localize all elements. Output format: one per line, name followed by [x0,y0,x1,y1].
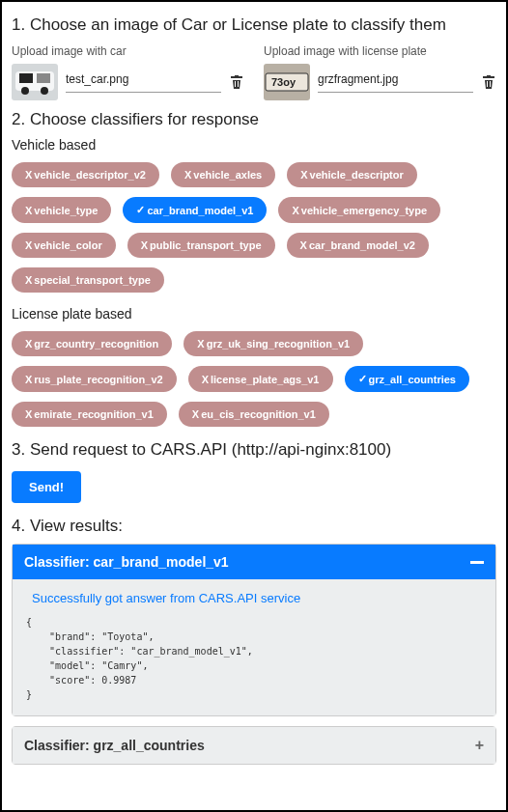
lp-group-label: License plate based [12,306,496,322]
chip-label: special_transport_type [34,274,150,286]
lp-chip-rus_plate_recognition_v2[interactable]: Xrus_plate_recognition_v2 [12,366,177,392]
result-1-json: { "brand": "Toyota", "classifier": "car_… [26,615,482,702]
x-icon: X [25,169,32,181]
svg-rect-3 [37,73,50,83]
car-file-row: test_car.png [12,64,244,100]
x-icon: X [300,169,307,181]
plate-delete-icon[interactable] [481,74,496,90]
plate-file-name: grzfragment.jpg [318,72,473,93]
chip-label: car_brand_model_v2 [309,239,415,251]
expand-icon: + [475,737,484,754]
check-icon: ✓ [136,204,145,216]
result-1-title: Classifier: car_brand_model_v1 [24,554,229,570]
x-icon: X [300,239,307,251]
svg-rect-2 [19,73,33,83]
x-icon: X [25,374,32,385]
x-icon: X [25,239,32,251]
vehicle-group-label: Vehicle based [12,137,496,153]
x-icon: X [25,338,32,350]
plate-file-row: 73oy grzfragment.jpg [264,64,496,100]
result-2-title: Classifier: grz_all_countries [24,738,205,753]
vehicle-chip-special_transport_type[interactable]: Xspecial_transport_type [12,267,164,293]
chip-label: vehicle_type [34,205,98,216]
chip-label: grz_all_countries [369,374,456,385]
plate-thumb: 73oy [264,64,310,100]
check-icon: ✓ [358,373,367,385]
lp-chip-group: Xgrz_country_recognitionXgrz_uk_sing_rec… [12,331,496,427]
collapse-icon [470,561,484,564]
lp-chip-grz_all_countries[interactable]: ✓grz_all_countries [345,366,469,392]
lp-chip-eu_cis_recognition_v1[interactable]: Xeu_cis_recognition_v1 [179,402,329,427]
chip-label: rus_plate_recognition_v2 [34,374,162,385]
vehicle-chip-car_brand_model_v1[interactable]: ✓car_brand_model_v1 [123,197,267,223]
svg-point-5 [41,87,48,95]
result-2-accordion: Classifier: grz_all_countries + [12,726,496,765]
lp-chip-emirate_recognition_v1[interactable]: Xemirate_recognition_v1 [12,402,167,427]
chip-label: vehicle_axles [193,169,262,181]
x-icon: X [25,274,32,286]
chip-label: vehicle_color [34,239,101,251]
vehicle-chip-vehicle_emergency_type[interactable]: Xvehicle_emergency_type [278,197,440,223]
vehicle-chip-vehicle_descriptor[interactable]: Xvehicle_descriptor [287,162,417,187]
vehicle-chip-vehicle_axles[interactable]: Xvehicle_axles [171,162,275,187]
result-1-header[interactable]: Classifier: car_brand_model_v1 [13,545,495,579]
chip-label: license_plate_ags_v1 [211,374,320,385]
send-button[interactable]: Send! [12,471,81,503]
car-file-name: test_car.png [66,72,221,93]
car-upload-col: Upload image with car test_car.png [12,42,244,100]
plate-upload-col: Upload image with license plate 73oy grz… [264,42,496,100]
chip-label: vehicle_descriptor_v2 [34,169,146,181]
chip-label: grz_country_recognition [34,338,158,350]
result-2-header[interactable]: Classifier: grz_all_countries + [13,727,495,764]
chip-label: grz_uk_sing_recognition_v1 [207,338,351,350]
vehicle-chip-vehicle_descriptor_v2[interactable]: Xvehicle_descriptor_v2 [12,162,159,187]
result-1-accordion: Classifier: car_brand_model_v1 Successfu… [12,544,496,716]
svg-text:73oy: 73oy [271,76,296,88]
x-icon: X [141,239,148,251]
result-1-body: Successfully got answer from CARS.API se… [13,579,495,715]
car-thumb [12,64,58,100]
chip-label: car_brand_model_v1 [147,205,253,216]
x-icon: X [202,374,209,385]
lp-chip-license_plate_ags_v1[interactable]: Xlicense_plate_ags_v1 [188,366,333,392]
x-icon: X [25,205,32,216]
chip-label: vehicle_emergency_type [301,205,427,216]
section-3-title: 3. Send request to CARS.API (http://api-… [12,440,496,460]
x-icon: X [184,169,191,181]
vehicle-chip-car_brand_model_v2[interactable]: Xcar_brand_model_v2 [287,233,429,258]
chip-label: vehicle_descriptor [310,169,404,181]
x-icon: X [292,205,298,216]
lp-chip-grz_country_recognition[interactable]: Xgrz_country_recognition [12,331,172,356]
vehicle-chip-group: Xvehicle_descriptor_v2Xvehicle_axlesXveh… [12,162,496,293]
lp-chip-grz_uk_sing_recognition_v1[interactable]: Xgrz_uk_sing_recognition_v1 [183,331,363,356]
car-upload-label: Upload image with car [12,44,244,58]
result-1-success-msg: Successfully got answer from CARS.API se… [32,591,482,605]
upload-row: Upload image with car test_car.png Uploa… [12,42,496,100]
svg-point-4 [21,87,29,95]
car-delete-icon[interactable] [229,74,244,90]
x-icon: X [25,408,32,420]
chip-label: public_transport_type [150,239,262,251]
section-4-title: 4. View results: [12,517,496,536]
x-icon: X [197,338,204,350]
vehicle-chip-public_transport_type[interactable]: Xpublic_transport_type [127,233,275,258]
chip-label: eu_cis_recognition_v1 [201,408,316,420]
plate-upload-label: Upload image with license plate [264,44,496,58]
section-2-title: 2. Choose classifiers for response [12,110,496,129]
x-icon: X [192,408,199,420]
chip-label: emirate_recognition_v1 [34,408,154,420]
section-1-title: 1. Choose an image of Car or License pla… [12,15,496,35]
vehicle-chip-vehicle_color[interactable]: Xvehicle_color [12,233,116,258]
vehicle-chip-vehicle_type[interactable]: Xvehicle_type [12,197,111,223]
